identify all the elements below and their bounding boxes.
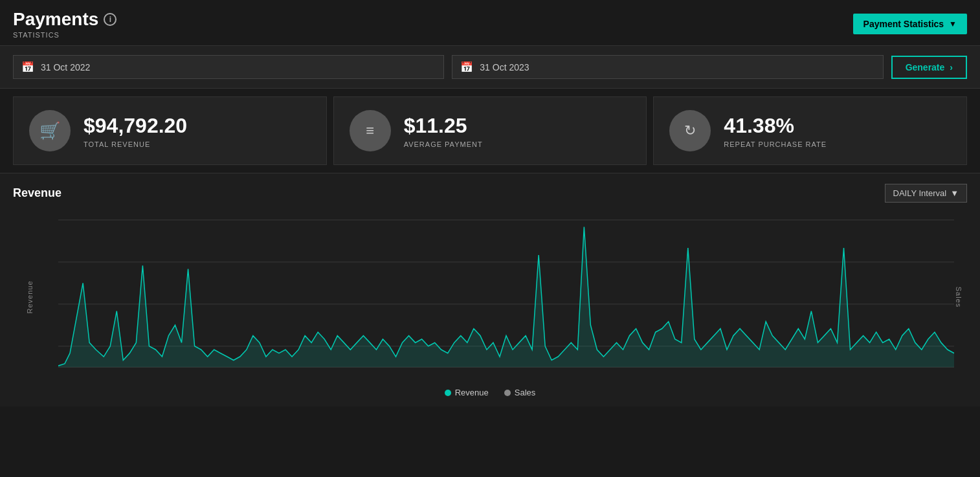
page-header: Payments i STATISTICS Payment Statistics… — [0, 0, 980, 45]
y-axis-label: Revenue — [26, 280, 34, 313]
calendar-icon-start: 📅 — [21, 61, 34, 73]
total-revenue-label: TOTAL REVENUE — [84, 140, 187, 148]
page-subtitle: STATISTICS — [13, 31, 117, 39]
header-left: Payments i STATISTICS — [13, 9, 117, 39]
page-title-group: Payments i — [13, 9, 117, 30]
chevron-down-icon: ▼ — [950, 188, 959, 198]
average-payment-card: ≡ $11.25 AVERAGE PAYMENT — [333, 96, 647, 165]
end-date-value: 31 Oct 2023 — [480, 62, 529, 72]
page-title: Payments — [13, 9, 98, 30]
legend-revenue-dot — [445, 390, 451, 396]
date-filter-row: 📅 31 Oct 2022 📅 31 Oct 2023 Generate › — [0, 45, 980, 89]
calendar-icon-end: 📅 — [460, 61, 473, 73]
generate-button[interactable]: Generate › — [891, 56, 967, 79]
average-payment-label: AVERAGE PAYMENT — [404, 140, 483, 148]
chart-legend: Revenue Sales — [13, 381, 967, 406]
chevron-down-icon: ▼ — [949, 19, 957, 28]
stats-cards-row: 🛒 $94,792.20 TOTAL REVENUE ≡ $11.25 AVER… — [0, 89, 980, 173]
total-revenue-value: $94,792.20 — [84, 114, 187, 138]
repeat-icon: ↻ — [669, 110, 711, 151]
list-icon: ≡ — [350, 110, 391, 151]
chart-title: Revenue — [13, 186, 61, 200]
x-axis-sales-label: Sales — [955, 287, 963, 308]
chart-container: Revenue Sales $2,400.00 $1,600.00 $800.0… — [13, 213, 967, 381]
start-date-value: 31 Oct 2022 — [41, 62, 90, 72]
repeat-purchase-card: ↻ 41.38% REPEAT PURCHASE RATE — [653, 96, 967, 165]
svg-text:31 Oct 22: 31 Oct 22 — [58, 369, 60, 381]
revenue-chart-section: Revenue DAILY Interval ▼ Revenue Sales $… — [0, 173, 980, 406]
interval-select-button[interactable]: DAILY Interval ▼ — [885, 184, 968, 203]
legend-revenue: Revenue — [445, 388, 489, 397]
basket-icon: 🛒 — [29, 110, 71, 151]
chevron-right-icon: › — [950, 62, 953, 72]
info-icon[interactable]: i — [104, 13, 117, 26]
payment-statistics-button[interactable]: Payment Statistics ▼ — [853, 14, 967, 34]
revenue-chart-svg: $2,400.00 $1,600.00 $800.00 $0.00 31 Oct… — [58, 213, 954, 381]
repeat-purchase-label: REPEAT PURCHASE RATE — [724, 140, 827, 148]
chart-header: Revenue DAILY Interval ▼ — [13, 184, 967, 203]
repeat-purchase-value: 41.38% — [724, 114, 827, 138]
average-payment-value: $11.25 — [404, 114, 483, 138]
end-date-input[interactable]: 📅 31 Oct 2023 — [452, 55, 883, 79]
legend-sales-dot — [504, 390, 511, 396]
total-revenue-card: 🛒 $94,792.20 TOTAL REVENUE — [13, 96, 327, 165]
start-date-input[interactable]: 📅 31 Oct 2022 — [13, 55, 444, 79]
legend-sales: Sales — [504, 388, 536, 397]
